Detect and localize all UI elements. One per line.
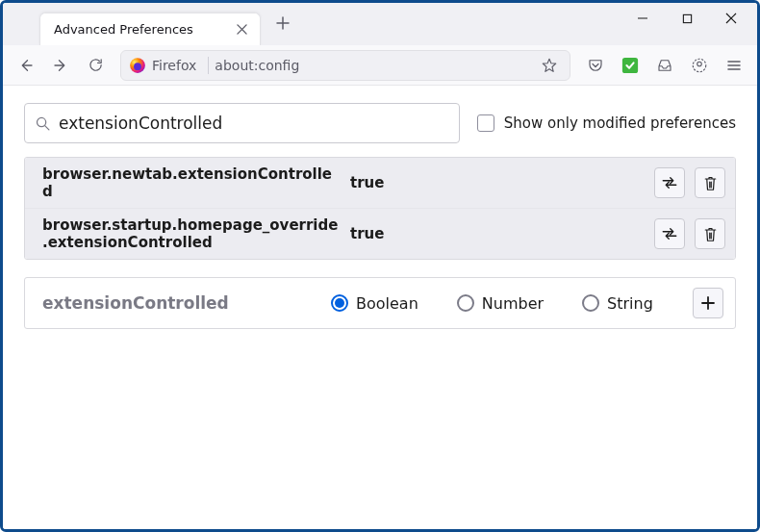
- delete-button[interactable]: [695, 167, 725, 198]
- pref-search-box[interactable]: [24, 103, 460, 143]
- maximize-button[interactable]: [665, 3, 709, 34]
- radio-number[interactable]: Number: [457, 294, 544, 313]
- app-menu-button[interactable]: [719, 50, 749, 81]
- extension-icon: [621, 57, 639, 74]
- radio-boolean[interactable]: Boolean: [331, 294, 418, 313]
- window-controls: [621, 3, 753, 45]
- radio-label: Number: [482, 294, 544, 313]
- identity-box[interactable]: Firefox: [129, 57, 206, 74]
- radio-label: String: [607, 294, 653, 313]
- about-config-page: Show only modified preferences browser.n…: [3, 86, 757, 529]
- close-icon: [725, 13, 737, 24]
- url-text[interactable]: about:config: [215, 58, 537, 73]
- identity-separator: [208, 57, 209, 74]
- firefox-logo-icon: [129, 57, 146, 74]
- pref-row[interactable]: browser.newtab.extensionControlled true: [25, 158, 735, 208]
- trash-icon: [703, 226, 718, 242]
- pref-name: browser.newtab.extensionControlled: [42, 165, 350, 200]
- arrow-left-icon: [17, 57, 35, 74]
- back-button[interactable]: [11, 50, 41, 81]
- svg-rect-0: [683, 14, 691, 22]
- show-only-modified-label: Show only modified preferences: [504, 114, 736, 132]
- add-pref-button[interactable]: [693, 288, 723, 318]
- search-row: Show only modified preferences: [24, 103, 736, 143]
- firefox-window: Advanced Preferences: [0, 0, 760, 532]
- reload-button[interactable]: [80, 50, 111, 81]
- tab-title: Advanced Preferences: [54, 22, 225, 37]
- new-pref-type-group: Boolean Number String: [331, 294, 693, 313]
- plus-icon: [700, 295, 716, 311]
- hamburger-icon: [726, 58, 742, 73]
- pref-table: browser.newtab.extensionControlled true …: [24, 157, 736, 260]
- close-window-button[interactable]: [709, 3, 753, 34]
- toggle-button[interactable]: [654, 167, 685, 198]
- plus-icon: [276, 16, 290, 30]
- search-icon: [35, 115, 51, 132]
- radio-icon: [582, 294, 599, 312]
- nav-toolbar: Firefox about:config: [3, 45, 757, 86]
- radio-icon: [331, 294, 348, 312]
- maximize-icon: [682, 13, 693, 24]
- new-tab-button[interactable]: [268, 9, 297, 38]
- inbox-button[interactable]: [649, 50, 680, 81]
- inbox-icon: [656, 57, 673, 74]
- svg-point-4: [693, 59, 706, 72]
- toggle-button[interactable]: [654, 218, 685, 249]
- pref-row[interactable]: browser.startup.homepage_override.extens…: [25, 208, 735, 259]
- extension-button[interactable]: [615, 50, 646, 81]
- svg-point-2: [134, 63, 141, 70]
- trash-icon: [703, 175, 718, 191]
- radio-string[interactable]: String: [582, 294, 653, 313]
- url-bar[interactable]: Firefox about:config: [120, 50, 570, 81]
- arrow-right-icon: [52, 57, 69, 74]
- close-tab-button[interactable]: [233, 21, 250, 38]
- toggle-icon: [661, 176, 678, 190]
- titlebar: Advanced Preferences: [3, 3, 757, 45]
- minimize-button[interactable]: [621, 3, 665, 34]
- pref-search-input[interactable]: [59, 114, 449, 133]
- new-pref-row: extensionControlled Boolean Number Strin…: [24, 277, 736, 329]
- minimize-icon: [637, 13, 648, 24]
- forward-button[interactable]: [45, 50, 76, 81]
- account-icon: [691, 57, 708, 74]
- toggle-icon: [661, 227, 678, 241]
- identity-label: Firefox: [152, 58, 196, 73]
- show-only-modified-toggle[interactable]: Show only modified preferences: [477, 114, 736, 132]
- delete-button[interactable]: [695, 218, 725, 249]
- radio-label: Boolean: [356, 294, 418, 313]
- svg-point-5: [697, 62, 702, 66]
- reload-icon: [88, 57, 104, 73]
- star-icon: [541, 57, 558, 74]
- pref-value: true: [350, 225, 654, 242]
- radio-icon: [457, 294, 474, 312]
- pocket-button[interactable]: [580, 50, 611, 81]
- bookmark-star-button[interactable]: [537, 53, 562, 78]
- checkbox-icon: [477, 114, 494, 132]
- new-pref-name: extensionControlled: [42, 293, 331, 313]
- close-icon: [237, 24, 247, 35]
- svg-rect-3: [622, 57, 638, 72]
- pref-name: browser.startup.homepage_override.extens…: [42, 216, 350, 251]
- browser-tab[interactable]: Advanced Preferences: [39, 13, 261, 45]
- pocket-icon: [587, 57, 604, 74]
- pref-value: true: [350, 174, 654, 191]
- account-button[interactable]: [684, 50, 715, 81]
